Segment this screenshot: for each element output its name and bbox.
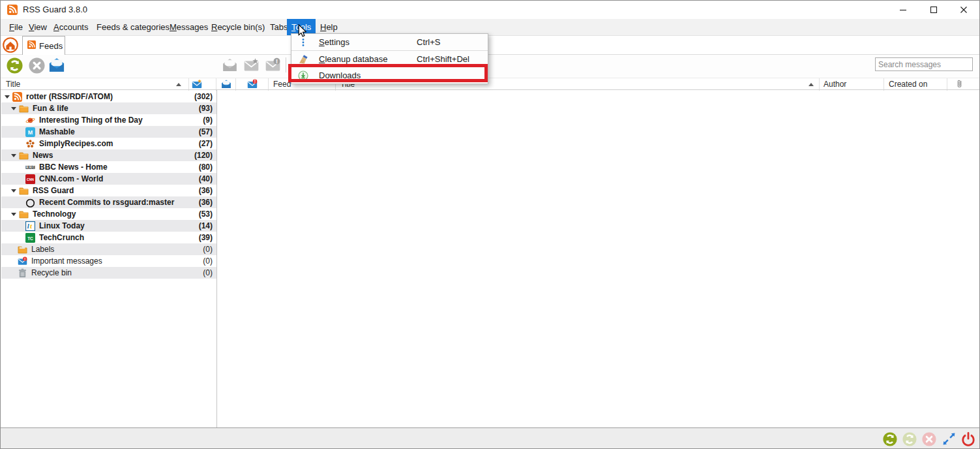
quit-button[interactable] <box>961 432 975 446</box>
feed-list: rotter (RSS/RDF/ATOM)(302)Fun & life(93)… <box>1 91 216 279</box>
menu-item-recycle-bin-s[interactable]: Recycle bin(s) <box>207 19 269 35</box>
expander-spacer <box>17 173 25 185</box>
feed-row[interactable]: rotter (RSS/RDF/ATOM)(302) <box>1 91 216 102</box>
mark-important-disabled-button[interactable]: ! <box>264 57 281 74</box>
tab-feeds[interactable]: Feeds <box>22 36 65 55</box>
feed-row[interactable]: Recent Commits to rssguard:master(36) <box>1 196 216 208</box>
feed-title: Important messages <box>31 255 184 267</box>
menu-item-messages[interactable]: Messages <box>165 19 213 35</box>
mark-read-disabled-button[interactable] <box>221 57 238 74</box>
menu-bar: FileViewAccountsFeeds & categoriesMessag… <box>1 19 979 36</box>
panel-divider[interactable] <box>216 90 217 427</box>
rss-guard-logo-icon <box>7 5 18 15</box>
mark-starred-disabled-button[interactable] <box>243 57 260 74</box>
svg-text:M: M <box>27 129 32 136</box>
feed-title: TechCrunch <box>39 232 184 243</box>
svg-text:CNN: CNN <box>27 178 34 181</box>
feed-unread-count: (120) <box>184 149 216 161</box>
feed-title: BBC News - Home <box>39 161 184 173</box>
expander-icon[interactable] <box>10 208 18 220</box>
menu-item-settings[interactable]: Settings Ctrl+S <box>291 34 488 50</box>
rss-icon <box>12 91 22 102</box>
feed-row[interactable]: News(120) <box>1 149 216 161</box>
menu-item-accounts[interactable]: Accounts <box>49 19 93 35</box>
feed-unread-count: (0) <box>184 243 216 255</box>
feed-unread-count: (53) <box>184 208 216 220</box>
update-feeds-button[interactable] <box>6 57 23 74</box>
sort-ascending-icon <box>176 83 181 86</box>
feed-row[interactable]: !Important messages(0) <box>1 255 216 267</box>
expander-icon[interactable] <box>10 102 18 114</box>
feed-row[interactable]: SimplyRecipes.com(27) <box>1 138 216 149</box>
feed-row[interactable]: Fun & life(93) <box>1 102 216 114</box>
app-window: RSS Guard 3.8.0 FileViewAccountsFeeds & … <box>0 0 980 449</box>
expander-icon[interactable] <box>4 91 12 102</box>
feed-title: CNN.com - World <box>39 173 184 185</box>
mashable-icon: M <box>25 127 35 137</box>
fullscreen-toggle-button[interactable] <box>942 432 956 446</box>
expander-spacer <box>17 126 25 138</box>
feed-row[interactable]: CNNCNN.com - World(40) <box>1 173 216 185</box>
feed-title: News <box>33 149 184 161</box>
update-selected-disabled-button[interactable] <box>902 432 917 446</box>
expander-spacer <box>17 138 25 149</box>
envelope-open-icon <box>221 79 231 93</box>
minimize-button[interactable] <box>888 1 918 19</box>
menu-item-shortcut: Ctrl+S <box>417 37 440 47</box>
feed-row[interactable]: Labels(0) <box>1 243 216 255</box>
search-input[interactable] <box>875 57 973 71</box>
update-all-feeds-button[interactable] <box>883 432 897 446</box>
feed-unread-count: (36) <box>184 196 216 208</box>
feed-row[interactable]: ltLinux Today(14) <box>1 220 216 232</box>
menu-item-view[interactable]: View <box>24 19 52 35</box>
status-bar <box>1 427 979 449</box>
planet-icon <box>25 115 35 125</box>
trash-icon <box>17 268 27 278</box>
mark-read-button[interactable] <box>48 57 65 74</box>
expander-spacer <box>17 161 25 173</box>
feed-row[interactable]: BBCBBC News - Home(80) <box>1 161 216 173</box>
feed-title: Technology <box>33 208 184 220</box>
feed-unread-count: (40) <box>184 173 216 185</box>
folder-icon <box>18 209 29 219</box>
window-title: RSS Guard 3.8.0 <box>23 1 87 19</box>
menu-item-cleanup-database[interactable]: Cleanup database Ctrl+Shift+Del <box>291 51 488 67</box>
toolbar-separator <box>286 57 286 72</box>
feed-unread-count: (57) <box>184 126 216 138</box>
feed-unread-count: (302) <box>184 91 216 102</box>
toolbar: ! <box>1 55 979 78</box>
folder-icon <box>18 150 29 161</box>
feed-title: rotter (RSS/RDF/ATOM) <box>26 91 184 102</box>
menu-item-feeds-categories[interactable]: Feeds & categories <box>92 19 174 35</box>
home-button[interactable] <box>3 37 18 53</box>
stop-update-disabled-button[interactable] <box>922 432 936 446</box>
feed-unread-count: (39) <box>184 232 216 243</box>
menu-item-label: Settings <box>319 37 349 47</box>
expander-icon[interactable] <box>10 149 18 161</box>
menu-item-downloads[interactable]: Downloads <box>291 67 488 84</box>
close-button[interactable] <box>949 1 979 19</box>
expander-spacer <box>9 267 17 279</box>
feed-row[interactable]: TCTechCrunch(39) <box>1 232 216 243</box>
menu-item-shortcut: Ctrl+Shift+Del <box>417 54 469 64</box>
feed-title: Recent Commits to rssguard:master <box>39 196 184 208</box>
folder-icon <box>18 185 29 196</box>
feed-row[interactable]: MMashable(57) <box>1 126 216 138</box>
feed-title: RSS Guard <box>33 185 184 196</box>
feed-row[interactable]: Interesting Thing of the Day(9) <box>1 114 216 126</box>
feed-unread-count: (36) <box>184 185 216 196</box>
feed-row[interactable]: Technology(53) <box>1 208 216 220</box>
feed-title: Fun & life <box>33 102 184 114</box>
stop-update-button[interactable] <box>28 57 45 74</box>
tab-feeds-label: Feeds <box>39 41 63 51</box>
feed-row[interactable]: Recycle bin(0) <box>1 267 216 279</box>
folder-icon <box>18 103 29 114</box>
title-bar: RSS Guard 3.8.0 <box>1 1 979 19</box>
expander-spacer <box>17 220 25 232</box>
svg-text:!: ! <box>254 79 256 84</box>
maximize-button[interactable] <box>919 1 949 19</box>
feed-unread-count: (0) <box>184 255 216 267</box>
feed-title: Labels <box>31 243 184 255</box>
feed-row[interactable]: RSS Guard(36) <box>1 185 216 196</box>
expander-icon[interactable] <box>10 185 18 196</box>
